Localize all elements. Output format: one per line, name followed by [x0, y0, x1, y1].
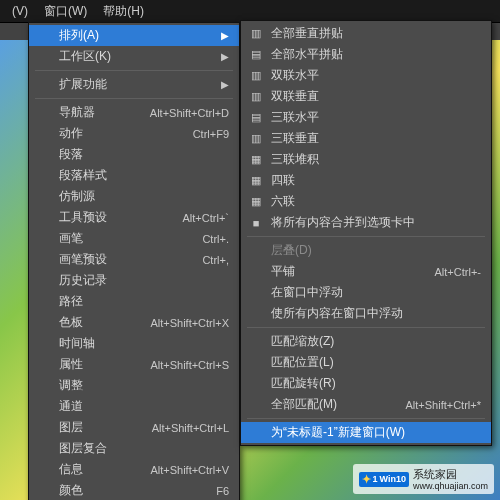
menu-item-shortcut: Alt+Shift+Ctrl+X [150, 317, 229, 329]
window-menu-item[interactable]: 工具预设Alt+Ctrl+` [29, 207, 239, 228]
window-menu-item[interactable]: 路径 [29, 291, 239, 312]
menu-item-label: 仿制源 [59, 188, 95, 205]
layout-icon: ▦ [247, 195, 265, 208]
arrange-menu-item[interactable]: 全部匹配(M)Alt+Shift+Ctrl+* [241, 394, 491, 415]
window-menu-item[interactable]: 时间轴 [29, 333, 239, 354]
window-menu: 排列(A)▶工作区(K)▶扩展功能▶导航器Alt+Shift+Ctrl+D动作C… [28, 22, 240, 500]
menu-item-label: 调整 [59, 377, 83, 394]
arrange-menu-item[interactable]: ▦六联 [241, 191, 491, 212]
arrange-menu-item[interactable]: 平铺Alt+Ctrl+- [241, 261, 491, 282]
menu-item-label: 匹配位置(L) [271, 354, 334, 371]
menu-item-label: 通道 [59, 398, 83, 415]
menu-item-label: 画笔 [59, 230, 83, 247]
arrange-menu-item[interactable]: ▤全部水平拼贴 [241, 44, 491, 65]
window-menu-item[interactable]: 画笔预设Ctrl+, [29, 249, 239, 270]
window-menu-item[interactable]: 调整 [29, 375, 239, 396]
watermark-text: 系统家园 [413, 468, 457, 480]
window-menu-item[interactable]: 段落 [29, 144, 239, 165]
menu-item-label: 双联垂直 [271, 88, 319, 105]
menu-item-label: 段落 [59, 146, 83, 163]
layout-icon: ▦ [247, 174, 265, 187]
menu-item-label: 导航器 [59, 104, 95, 121]
menu-item-shortcut: Alt+Shift+Ctrl+S [150, 359, 229, 371]
window-menu-item[interactable]: 图层Alt+Shift+Ctrl+L [29, 417, 239, 438]
window-menu-item[interactable]: 属性Alt+Shift+Ctrl+S [29, 354, 239, 375]
window-menu-item[interactable]: 图层复合 [29, 438, 239, 459]
menu-item-shortcut: Alt+Shift+Ctrl+D [150, 107, 229, 119]
window-menu-item[interactable]: 仿制源 [29, 186, 239, 207]
arrange-menu-item[interactable]: 在窗口中浮动 [241, 282, 491, 303]
menu-item-label: 全部垂直拼贴 [271, 25, 343, 42]
menu-item-label: 图层 [59, 419, 83, 436]
window-menu-item[interactable]: 工作区(K)▶ [29, 46, 239, 67]
layout-icon: ▤ [247, 48, 265, 61]
arrange-menu-item[interactable]: 使所有内容在窗口中浮动 [241, 303, 491, 324]
menu-item-label: 排列(A) [59, 27, 99, 44]
menu-item-label: 动作 [59, 125, 83, 142]
menu-help[interactable]: 帮助(H) [95, 1, 152, 22]
menu-item-label: 三联堆积 [271, 151, 319, 168]
menu-item-label: 段落样式 [59, 167, 107, 184]
menu-item-label: 工作区(K) [59, 48, 111, 65]
arrange-menu-item[interactable]: ▥全部垂直拼贴 [241, 23, 491, 44]
menu-item-label: 三联垂直 [271, 130, 319, 147]
window-menu-item[interactable]: 色板Alt+Shift+Ctrl+X [29, 312, 239, 333]
window-menu-item[interactable]: 历史记录 [29, 270, 239, 291]
menu-item-label: 将所有内容合并到选项卡中 [271, 214, 415, 231]
menu-item-shortcut: Alt+Shift+Ctrl+L [152, 422, 229, 434]
arrange-menu-item[interactable]: ▦四联 [241, 170, 491, 191]
arrange-menu-item[interactable]: ■将所有内容合并到选项卡中 [241, 212, 491, 233]
window-menu-item[interactable]: 扩展功能▶ [29, 74, 239, 95]
window-menu-item[interactable]: 颜色F6 [29, 480, 239, 500]
menu-item-label: 为“未标题-1”新建窗口(W) [271, 424, 405, 441]
windows-logo-icon: ✦ 1 Win10 [359, 472, 409, 487]
arrange-menu-item[interactable]: 匹配缩放(Z) [241, 331, 491, 352]
menu-item-label: 在窗口中浮动 [271, 284, 343, 301]
arrange-menu-item[interactable]: 为“未标题-1”新建窗口(W) [241, 422, 491, 443]
menu-item-shortcut: Ctrl+, [202, 254, 229, 266]
layout-icon: ▥ [247, 69, 265, 82]
arrange-menu-item[interactable]: ▥三联垂直 [241, 128, 491, 149]
arrange-menu-item[interactable]: ▥双联垂直 [241, 86, 491, 107]
window-menu-item[interactable]: 段落样式 [29, 165, 239, 186]
menu-item-label: 图层复合 [59, 440, 107, 457]
layout-icon: ▦ [247, 153, 265, 166]
menu-item-label: 层叠(D) [271, 242, 312, 259]
window-menu-item[interactable]: 导航器Alt+Shift+Ctrl+D [29, 102, 239, 123]
menu-item-label: 信息 [59, 461, 83, 478]
window-menu-item[interactable]: 动作Ctrl+F9 [29, 123, 239, 144]
arrange-menu-item[interactable]: 匹配位置(L) [241, 352, 491, 373]
menu-item-label: 画笔预设 [59, 251, 107, 268]
arrange-menu-item: 层叠(D) [241, 240, 491, 261]
arrange-menu-item[interactable]: ▦三联堆积 [241, 149, 491, 170]
window-menu-item[interactable]: 画笔Ctrl+. [29, 228, 239, 249]
menu-window[interactable]: 窗口(W) [36, 1, 95, 22]
arrange-menu-item[interactable]: ▥双联水平 [241, 65, 491, 86]
arrange-menu-item[interactable]: 匹配旋转(R) [241, 373, 491, 394]
menu-item-label: 三联水平 [271, 109, 319, 126]
menu-item-label: 时间轴 [59, 335, 95, 352]
menu-item-label: 全部水平拼贴 [271, 46, 343, 63]
menu-item-shortcut: Alt+Ctrl+` [183, 212, 229, 224]
menu-view[interactable]: (V) [4, 2, 36, 20]
watermark: ✦ 1 Win10 系统家园 www.qhuajian.com [353, 464, 495, 494]
menu-item-label: 匹配缩放(Z) [271, 333, 334, 350]
menu-item-shortcut: Ctrl+F9 [193, 128, 229, 140]
menu-item-label: 六联 [271, 193, 295, 210]
menu-item-label: 属性 [59, 356, 83, 373]
window-menu-item[interactable]: 通道 [29, 396, 239, 417]
window-menu-item[interactable]: 信息Alt+Shift+Ctrl+V [29, 459, 239, 480]
menu-separator [247, 236, 485, 237]
menu-item-label: 使所有内容在窗口中浮动 [271, 305, 403, 322]
menu-item-label: 匹配旋转(R) [271, 375, 336, 392]
menu-item-label: 平铺 [271, 263, 295, 280]
menu-item-label: 全部匹配(M) [271, 396, 337, 413]
menu-item-label: 扩展功能 [59, 76, 107, 93]
submenu-arrow-icon: ▶ [221, 79, 229, 90]
menu-item-shortcut: Alt+Shift+Ctrl+V [150, 464, 229, 476]
menu-item-label: 颜色 [59, 482, 83, 499]
window-menu-item[interactable]: 排列(A)▶ [29, 25, 239, 46]
arrange-menu-item[interactable]: ▤三联水平 [241, 107, 491, 128]
layout-icon: ▥ [247, 27, 265, 40]
layout-icon: ■ [247, 217, 265, 229]
